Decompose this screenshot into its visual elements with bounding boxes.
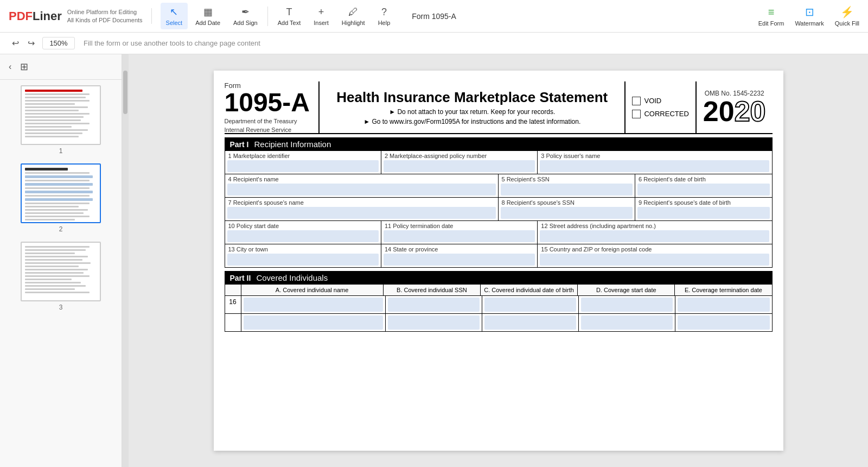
part2-cell-extra-c (482, 314, 579, 331)
select-label: Select (166, 20, 183, 26)
pdf-form: Form 1095-A Department of the Treasury I… (214, 71, 783, 451)
field-8-input[interactable] (501, 207, 633, 219)
void-checkbox[interactable] (632, 97, 641, 105)
sidebar-nav: ‹ ⊞ (0, 54, 122, 80)
field-cell-10: 10 Policy start date (225, 221, 381, 244)
quick-fill-tool[interactable]: ⚡ Quick Fill (835, 5, 859, 27)
part2-input-extra-a[interactable] (244, 315, 384, 330)
field-cell-9: 9 Recipient's spouse's date of birth (635, 198, 772, 220)
quick-fill-icon: ⚡ (840, 5, 854, 18)
insert-tool[interactable]: + Insert (308, 3, 334, 29)
part2-input-16c[interactable] (484, 298, 576, 312)
part2-title: Covered Individuals (256, 273, 328, 282)
main-area: ‹ ⊞ (0, 54, 868, 467)
undo-button[interactable]: ↩ (9, 36, 22, 51)
page-thumb-1[interactable]: 1 (5, 85, 116, 155)
part2-input-extra-b[interactable] (388, 315, 480, 330)
field-10-input[interactable] (227, 230, 379, 242)
edit-form-label: Edit Form (758, 20, 784, 27)
page-label-3: 3 (59, 304, 63, 311)
watermark-tool[interactable]: ⊡ Watermark (795, 5, 824, 27)
part2-input-extra-d[interactable] (581, 315, 673, 330)
field-11-input[interactable] (384, 230, 535, 242)
field-6-input[interactable] (637, 184, 770, 195)
sidebar-collapse-button[interactable]: ‹ (7, 60, 14, 74)
add-text-tool[interactable]: T Add Text (272, 3, 307, 29)
page-thumb-3[interactable]: 3 (5, 242, 116, 311)
insert-label: Insert (314, 20, 329, 26)
sidebar-scrollbar[interactable] (122, 54, 129, 467)
logo-area: PDFLiner Online Platform for Editing All… (9, 8, 152, 24)
field-14-input[interactable] (384, 254, 535, 266)
corrected-label: CORRECTED (644, 110, 688, 118)
field-4-input[interactable] (227, 184, 496, 195)
zoom-level[interactable]: 150% (42, 37, 75, 49)
void-checkbox-row[interactable]: VOID (632, 97, 688, 105)
hint-text: Fill the form or use another tools to ch… (84, 39, 260, 47)
field-9-label: 9 Recipient's spouse's date of birth (635, 198, 772, 206)
field-cell-14: 14 State or province (381, 244, 538, 267)
quick-fill-label: Quick Fill (835, 20, 859, 27)
form-checkboxes: VOID CORRECTED (626, 81, 696, 133)
part2-cell-extra-e (675, 314, 771, 331)
field-7-input[interactable] (227, 207, 496, 219)
pages-view-icon[interactable]: ⊞ (18, 59, 30, 75)
field-15-input[interactable] (540, 254, 769, 266)
thumb-content-2 (22, 165, 100, 223)
select-tool[interactable]: ↖ Select (161, 3, 188, 29)
field-cell-12: 12 Street address (including apartment n… (538, 221, 771, 244)
thumb-image-2 (21, 163, 101, 223)
part2-input-extra-e[interactable] (678, 315, 769, 330)
page-label-1: 1 (59, 147, 63, 155)
document-title: Form 1095-A (412, 12, 456, 21)
part2-cell-16e (675, 296, 771, 313)
field-3-input[interactable] (540, 160, 769, 172)
add-date-tool[interactable]: ▦ Add Date (190, 3, 226, 29)
form-main-title-section: Health Insurance Marketplace Statement ►… (320, 81, 626, 133)
page-label-2: 2 (59, 225, 63, 233)
highlight-tool[interactable]: 🖊 Highlight (336, 3, 371, 29)
pages-list: 1 (0, 80, 122, 467)
field-5-input[interactable] (501, 184, 633, 195)
part2-input-16b[interactable] (388, 298, 480, 312)
help-icon: ? (381, 7, 387, 18)
part2-label: Part II (230, 274, 251, 282)
field-row-1: 1 Marketplace identifier 2 Marketplace-a… (225, 151, 772, 174)
form-year: 2020 (703, 97, 766, 125)
field-12-input[interactable] (540, 230, 769, 242)
part2-input-extra-c[interactable] (484, 315, 576, 330)
content-area: Form 1095-A Department of the Treasury I… (129, 54, 868, 467)
page-thumb-2[interactable]: 2 (5, 163, 116, 233)
form-instruction1: ► Do not attach to your tax return. Keep… (328, 108, 616, 116)
field-cell-7: 7 Recipient's spouse's name (225, 198, 499, 220)
field-1-input[interactable] (227, 160, 379, 172)
field-9-input[interactable] (637, 207, 770, 219)
field-4-label: 4 Recipient's name (225, 174, 498, 182)
void-label: VOID (644, 97, 661, 105)
field-3-label: 3 Policy issuer's name (538, 151, 771, 159)
field-2-input[interactable] (384, 160, 535, 172)
field-10-label: 10 Policy start date (225, 221, 381, 229)
part2-input-16d[interactable] (581, 298, 673, 312)
field-cell-11: 11 Policy termination date (381, 221, 538, 244)
field-cell-3: 3 Policy issuer's name (538, 151, 771, 174)
part2-input-16e[interactable] (678, 298, 769, 312)
corrected-checkbox-row[interactable]: CORRECTED (632, 110, 688, 118)
field-cell-8: 8 Recipient's spouse's SSN (499, 198, 636, 220)
help-tool[interactable]: ? Help (373, 3, 396, 29)
corrected-checkbox[interactable] (632, 110, 641, 118)
undo-redo-group: ↩ ↪ (9, 36, 38, 51)
part2-input-16a[interactable] (244, 298, 384, 312)
add-sign-tool[interactable]: ✒ Add Sign (228, 3, 263, 29)
field-13-input[interactable] (227, 254, 379, 266)
part1-fields: 1 Marketplace identifier 2 Marketplace-a… (225, 151, 773, 268)
edit-form-tool[interactable]: ≡ Edit Form (758, 6, 784, 27)
part2-row-num-extra (225, 314, 241, 331)
form-instruction2: ► Go to www.irs.gov/Form1095A for instru… (328, 118, 616, 125)
field-2-label: 2 Marketplace-assigned policy number (381, 151, 537, 159)
field-cell-5: 5 Recipient's SSN (499, 174, 636, 197)
dept-line1: Department of the Treasury (225, 118, 310, 124)
part2-cell-16a (241, 296, 386, 313)
field-cell-1: 1 Marketplace identifier (225, 151, 381, 174)
redo-button[interactable]: ↪ (24, 36, 38, 51)
